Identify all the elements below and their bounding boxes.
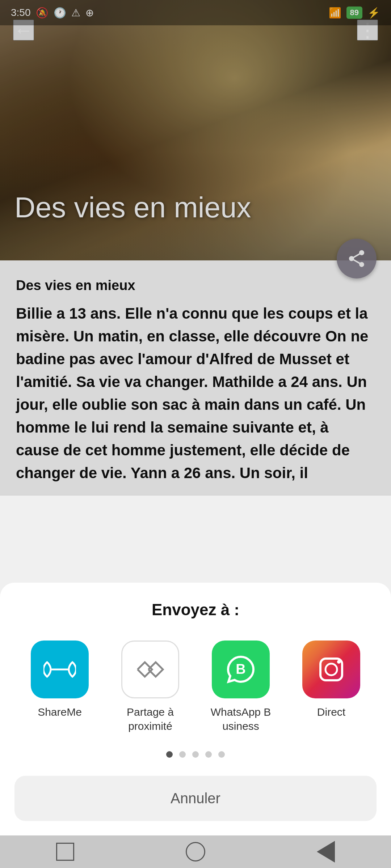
shareme-icon-container	[31, 641, 89, 698]
nearby-icon-container	[121, 641, 179, 698]
share-app-nearby[interactable]: Partage à proximité	[114, 641, 186, 733]
sheet-title: Envoyez à :	[14, 601, 377, 619]
svg-point-3	[325, 664, 337, 675]
nearby-icon	[134, 653, 167, 686]
share-app-instagram-direct[interactable]: Direct	[295, 641, 367, 719]
instagram-icon	[313, 651, 349, 688]
share-app-whatsapp-business[interactable]: B WhatsApp B usiness	[205, 641, 277, 733]
whatsapp-business-icon: B	[223, 651, 259, 688]
dot-4	[205, 751, 212, 758]
svg-point-4	[337, 660, 341, 664]
dot-2	[179, 751, 186, 758]
back-nav-icon	[317, 841, 335, 863]
home-button[interactable]	[183, 839, 208, 864]
instagram-icon-container	[302, 641, 360, 698]
whatsapp-icon-container: B	[212, 641, 270, 698]
svg-text:B: B	[236, 661, 245, 677]
instagram-direct-label: Direct	[317, 705, 345, 719]
shareme-icon	[43, 659, 76, 680]
shareme-label: ShareMe	[38, 705, 82, 719]
share-bottom-sheet: Envoyez à : ShareMe Partage à proximit	[0, 583, 391, 835]
nearby-label: Partage à proximité	[114, 705, 186, 733]
cancel-button[interactable]: Annuler	[14, 776, 377, 821]
dot-1	[166, 751, 173, 758]
recents-icon	[56, 843, 74, 861]
share-app-shareme[interactable]: ShareMe	[24, 641, 96, 719]
share-apps-row: ShareMe Partage à proximité B WhatsApp B…	[14, 641, 377, 733]
dot-5	[218, 751, 225, 758]
recents-button[interactable]	[52, 839, 78, 864]
sheet-backdrop[interactable]	[0, 0, 391, 495]
dot-3	[192, 751, 199, 758]
whatsapp-business-label: WhatsApp B usiness	[205, 705, 277, 733]
bottom-nav-bar	[0, 835, 391, 868]
page-dots	[14, 751, 377, 758]
home-icon	[186, 842, 205, 861]
back-nav-button[interactable]	[313, 839, 339, 864]
